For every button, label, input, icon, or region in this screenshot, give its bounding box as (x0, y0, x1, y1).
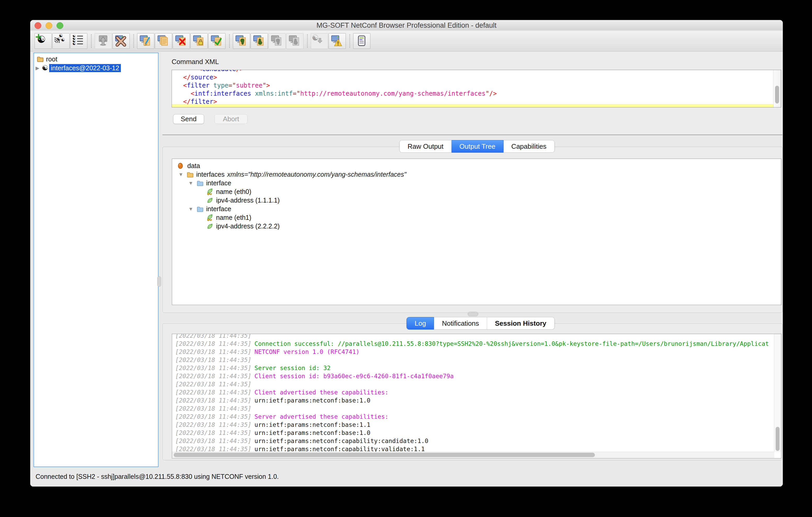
main-content: root▶☯interfaces@2022-03-12 Command XML … (30, 52, 783, 486)
log-timestamp: [2022/03/18 11:44:35] (175, 421, 252, 428)
session-tree-item[interactable]: ▶☯interfaces@2022-03-12 (34, 63, 158, 72)
new-session-button[interactable]: ☯+ (34, 33, 52, 49)
app-window: MG-SOFT NetConf Browser Professional Edi… (30, 20, 783, 487)
session-list-icon (77, 35, 83, 45)
tree-node-label[interactable]: ipv4-address (1.1.1.1) (216, 196, 280, 204)
log-message: Client session id: b93a60ec-e9c6-4260-81… (255, 373, 454, 379)
sidebar-splitter-grip[interactable] (157, 276, 161, 287)
session-discovery-button[interactable]: ☯☯☯ (52, 33, 69, 49)
commit-changes-icon (253, 35, 265, 47)
disclosure-triangle[interactable]: ▼ (178, 172, 187, 178)
folder-icon (36, 56, 45, 62)
session-tree-panel: root▶☯interfaces@2022-03-12 (33, 53, 158, 467)
log-line: [2022/03/18 11:44:35]NETCONF version 1.0… (175, 348, 772, 356)
connect-button[interactable] (95, 33, 112, 49)
tree-node-label[interactable]: interfaces (196, 171, 225, 178)
edit-config-icon (139, 35, 152, 47)
log-horizontal-scrollbar[interactable] (172, 452, 774, 458)
tree-node[interactable]: ipv4-address (1.1.1.1) (172, 196, 781, 205)
session-tree-label[interactable]: root (45, 55, 59, 63)
tree-node-label[interactable]: ipv4-address (2.2.2.2) (216, 222, 280, 230)
tree-node-label[interactable]: interface (206, 205, 231, 213)
folder-orange-icon (187, 172, 196, 178)
tab-raw-output[interactable]: Raw Output (400, 140, 452, 153)
send-button[interactable]: Send (173, 114, 204, 124)
tab-capabilities[interactable]: Capabilities (503, 140, 555, 153)
code-line: <candidate/> (176, 70, 773, 73)
log-tab-bar: LogNotificationsSession History (407, 317, 555, 329)
lock-config-button[interactable] (191, 33, 208, 49)
data-node-icon (178, 163, 187, 169)
log-hscrollbar-thumb[interactable] (174, 453, 595, 457)
command-xml-editor[interactable]: <candidate/> </source> <filter type="sub… (172, 70, 781, 108)
tree-node[interactable]: name (eth0) (172, 187, 781, 196)
editor-vertical-scrollbar[interactable] (773, 70, 781, 107)
panel-splitter-grip[interactable] (468, 312, 478, 316)
titlebar: MG-SOFT NetConf Browser Professional Edi… (30, 20, 783, 31)
log-line: [2022/03/18 11:44:35] (175, 405, 772, 413)
log-window-icon (355, 35, 368, 47)
tab-session-history[interactable]: Session History (487, 317, 555, 330)
log-message: Server session id: 32 (255, 365, 331, 371)
session-list-button[interactable]: ☯☯☯☯ (70, 33, 87, 49)
tab-notifications[interactable]: Notifications (434, 317, 487, 330)
tree-node-label[interactable]: data (187, 162, 200, 170)
log-line: [2022/03/18 11:44:35]Client session id: … (175, 372, 772, 380)
validate-config-button[interactable] (208, 33, 226, 49)
leaf-icon (207, 223, 215, 230)
editor-scrollbar-thumb[interactable] (775, 86, 779, 103)
log-vscrollbar-thumb[interactable] (776, 427, 780, 451)
tree-node-label[interactable]: interface (206, 179, 231, 187)
log-message: urn:ietf:params:netconf:base:1.1 (255, 421, 370, 428)
log-window-button[interactable] (353, 33, 370, 49)
delete-config-button[interactable] (173, 33, 190, 49)
get-schema-button[interactable]: ☯ (311, 33, 328, 49)
tree-node[interactable]: ▼interface (172, 205, 781, 213)
tab-log[interactable]: Log (407, 317, 434, 330)
tree-node[interactable]: ipv4-address (2.2.2.2) (172, 222, 781, 231)
new-session-icon: + (35, 31, 42, 42)
tree-node-label[interactable]: name (eth1) (216, 214, 252, 221)
cancel-commit-button[interactable] (286, 33, 303, 49)
log-timestamp: [2022/03/18 11:44:35] (175, 348, 252, 355)
command-xml-section: Command XML <candidate/> </source> <filt… (163, 53, 782, 135)
log-timestamp: [2022/03/18 11:44:35] (175, 405, 252, 412)
log-timestamp: [2022/03/18 11:44:35] (175, 357, 252, 363)
session-tree-label[interactable]: interfaces@2022-03-12 (49, 64, 121, 72)
disconnect-button[interactable] (113, 33, 130, 49)
log-line: [2022/03/18 11:44:35]Client advertised t… (175, 388, 772, 396)
session-tree-item[interactable]: root (34, 55, 158, 63)
log-timestamp: [2022/03/18 11:44:35] (175, 397, 252, 404)
edit-config-button[interactable] (137, 33, 154, 49)
log-timestamp: [2022/03/18 11:44:35] (175, 365, 252, 371)
toolbar-separator (134, 34, 134, 48)
server-notifications-button[interactable] (328, 33, 346, 49)
tree-node[interactable]: name (eth1) (172, 213, 781, 222)
tree-node[interactable]: ▼interfacesxmlns="http://remoteautonomy.… (172, 170, 781, 179)
delete-config-icon (175, 35, 187, 47)
cancel-commit-icon (288, 35, 301, 47)
log-timestamp: [2022/03/18 11:44:35] (175, 389, 252, 396)
connect-icon (97, 35, 109, 47)
tree-node[interactable]: data (172, 161, 781, 170)
discard-changes-button[interactable] (233, 33, 250, 49)
log-vertical-scrollbar[interactable] (774, 334, 781, 452)
session-discovery-icon: ☯ (61, 38, 65, 42)
tree-node-label[interactable]: name (eth0) (216, 188, 252, 195)
copy-config-button[interactable] (155, 33, 172, 49)
disclosure-triangle[interactable]: ▼ (188, 180, 197, 186)
abort-button[interactable]: Abort (214, 114, 248, 124)
disclosure-triangle[interactable]: ▼ (188, 206, 197, 212)
tree-node[interactable]: ▼interface (172, 179, 781, 187)
disclosure-triangle[interactable]: ▶ (34, 65, 41, 71)
log-line: [2022/03/18 11:44:35]Connection successf… (175, 340, 772, 348)
tab-output-tree[interactable]: Output Tree (452, 140, 503, 153)
log-panel: [2022/03/18 11:44:35][2022/03/18 11:44:3… (172, 334, 781, 458)
output-tree: data▼interfacesxmlns="http://remoteauton… (172, 159, 781, 305)
log-line: [2022/03/18 11:44:35]urn:ietf:params:net… (175, 437, 772, 445)
log-message: urn:ietf:params:netconf:capability:candi… (255, 437, 429, 444)
log-message: Connection successful: //parallels@10.21… (255, 340, 769, 347)
leaf-icon (207, 197, 215, 204)
confirmed-commit-button[interactable] (268, 33, 286, 49)
commit-changes-button[interactable] (251, 33, 268, 49)
